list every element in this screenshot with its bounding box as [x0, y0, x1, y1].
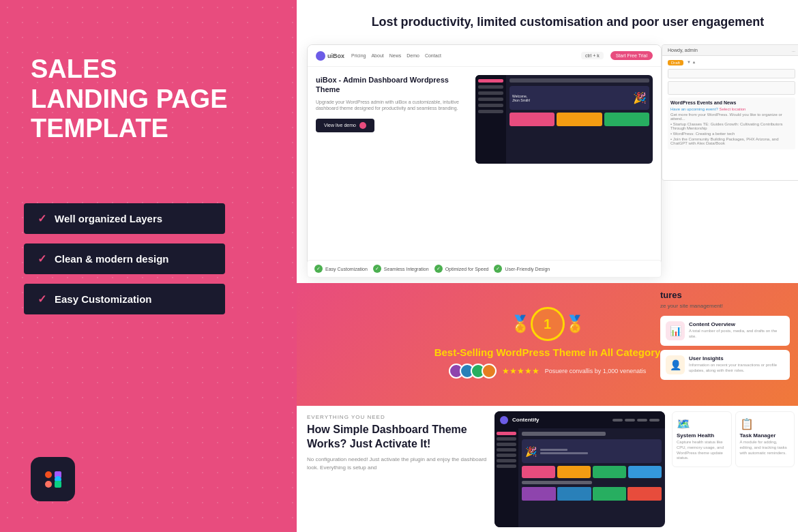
- review-text: Posuere convallis by 1,000 venenatis: [545, 368, 647, 374]
- check-icon-3: ✓: [434, 265, 443, 273]
- check-icon-2: ✓: [38, 252, 46, 265]
- check-icon-4: ✓: [494, 265, 502, 273]
- bm-emoji: 🎉: [525, 446, 537, 457]
- lost-productivity-heading: Lost productivity, limited customisation…: [351, 14, 784, 31]
- award-circle: 1: [531, 307, 565, 341]
- features-subtext: ze your site management!: [660, 303, 790, 309]
- badge-layers: ✓ Well organized Layers: [24, 203, 225, 234]
- feat-card-2: 👤 User Insights Information on recent yo…: [660, 350, 790, 380]
- dash-header-bar: [509, 78, 649, 83]
- bm-media-grid: [522, 487, 662, 501]
- dash-sidebar-item: [478, 85, 503, 89]
- website-mockup: uiBox Pricing About News Demo Contact ct…: [307, 44, 662, 276]
- features-heading: tures: [660, 290, 790, 300]
- award-laurels: 🏅 1 🏅: [510, 307, 585, 341]
- how-simple-desc: No configuration needed! Just activate t…: [307, 456, 491, 472]
- bfc-task-manager: 📋 Task Manager A module for adding, edit…: [735, 411, 795, 467]
- bottom-section: EVERYTHING YOU NEED How Simple Dashboard…: [297, 406, 798, 532]
- feat-card-icon-1: 📊: [666, 321, 685, 340]
- dash-card-pink: [509, 113, 555, 126]
- mockup-bottom-features: ✓ Easy Customization ✓ Seamless Integrat…: [307, 260, 662, 278]
- everything-label: EVERYTHING YOU NEED: [307, 414, 491, 420]
- bm-logo: [500, 416, 508, 424]
- avatar-stack: [449, 364, 497, 379]
- bm-title-bar: [522, 432, 606, 436]
- award-icon: 🏅 1 🏅: [510, 310, 585, 341]
- system-health-icon: 🗺️: [677, 417, 727, 430]
- best-selling-text: Best-Selling WordPress Theme in All Cate…: [434, 346, 661, 358]
- badge-design: ✓ Clean & modern design: [24, 243, 225, 274]
- svg-rect-1: [45, 481, 52, 488]
- avatar-4: [482, 364, 497, 379]
- bm-welcome-lines: [540, 449, 588, 454]
- bm-content: 🎉: [494, 428, 665, 527]
- nav-logo: uiBox: [316, 51, 344, 61]
- check-icon-3: ✓: [38, 293, 46, 306]
- hero-btn-dot: [359, 122, 366, 129]
- hero-button[interactable]: View live demo: [316, 119, 374, 132]
- dash-sidebar-item: [478, 91, 503, 95]
- mockup-hero: uiBox - Admin Dashboard Wordpress Theme …: [308, 67, 661, 172]
- left-laurel: 🏅: [510, 314, 531, 334]
- check-icon: ✓: [38, 212, 46, 225]
- bottom-feature-cards: 🗺️ System Health Capture health status l…: [672, 411, 795, 467]
- dash-sidebar-item: [478, 79, 503, 83]
- mockup-navbar: uiBox Pricing About News Demo Contact ct…: [308, 45, 661, 67]
- how-simple-title: How Simple Dashboard Theme Works? Just A…: [307, 423, 491, 452]
- dash-sidebar-item: [478, 110, 503, 113]
- hero-text: uiBox - Admin Dashboard Wordpress Theme …: [316, 75, 469, 164]
- reviews-row: ★★★★★ Posuere convallis by 1,000 venenat…: [449, 364, 647, 379]
- feat-card-icon-2: 👤: [666, 355, 685, 374]
- dash-sidebar-item: [478, 98, 503, 101]
- wp-status-row: Draft ▼ ▲: [668, 60, 795, 65]
- check-icon-2: ✓: [373, 265, 381, 273]
- dash-emoji: 🎉: [633, 91, 647, 104]
- top-section: Lost productivity, limited customisation…: [297, 0, 798, 283]
- right-laurel: 🏅: [565, 314, 585, 334]
- bm-header: Contentify: [494, 411, 665, 428]
- left-panel: SALESLANDING PAGETEMPLATE ✓ Well organiz…: [0, 0, 297, 532]
- features-list: tures ze your site management! 📊 Content…: [660, 290, 790, 384]
- wp-status-draft: Draft: [668, 60, 683, 65]
- dashboard-preview: Welcome,Jhon Smith! 🎉: [475, 75, 653, 164]
- bm-sidebar: [494, 428, 518, 527]
- wp-panel-header: Howdy, admin ...: [662, 45, 798, 56]
- hero-desc: Upgrade your WordPress admin with uiBox …: [316, 99, 469, 113]
- wp-title-field[interactable]: [668, 69, 795, 78]
- middle-section: 🏅 1 🏅 Best-Selling WordPress Theme in Al…: [297, 283, 798, 406]
- logo-icon: [316, 51, 325, 61]
- nav-links: Pricing About News Demo Contact: [351, 53, 574, 58]
- bm-main: 🎉: [518, 428, 665, 527]
- figma-icon: [31, 457, 75, 501]
- badge-customization: ✓ Easy Customization: [24, 284, 225, 314]
- bm-media-title: [522, 481, 592, 484]
- bm-welcome: 🎉: [522, 439, 662, 463]
- bottom-feature-1: ✓ Easy Customization: [314, 265, 368, 273]
- svg-rect-0: [45, 471, 52, 478]
- dash-sidebar-item: [478, 104, 503, 107]
- main-title: SALESLANDING PAGETEMPLATE: [31, 55, 228, 144]
- nav-cta-button[interactable]: Start Free Trial: [610, 51, 653, 60]
- bfc-system-health: 🗺️ System Health Capture health status l…: [672, 411, 732, 467]
- bottom-mockup: Contentify: [494, 411, 665, 527]
- dash-main: Welcome,Jhon Smith! 🎉: [506, 75, 653, 164]
- dash-welcome-text: Welcome,Jhon Smith!: [512, 94, 530, 102]
- nav-search: ctrl + k: [581, 52, 604, 59]
- bottom-feature-3: ✓ Optimized for Speed: [434, 265, 489, 273]
- bm-nav-dots: [612, 419, 660, 422]
- dash-sidebar: [475, 75, 506, 164]
- wp-events-panel: WordPress Events and News Have an upcomi…: [668, 98, 795, 149]
- wp-content-field[interactable]: [668, 81, 795, 95]
- bm-row-cards: [522, 466, 662, 478]
- check-icon: ✓: [314, 265, 323, 273]
- hero-title: uiBox - Admin Dashboard Wordpress Theme: [316, 75, 469, 95]
- dash-welcome-card: Welcome,Jhon Smith! 🎉: [509, 86, 649, 110]
- dash-card-green: [604, 113, 649, 126]
- bottom-feature-4: ✓ User-Friendly Design: [494, 265, 550, 273]
- right-panel: Lost productivity, limited customisation…: [297, 0, 798, 532]
- dash-card-orange: [557, 113, 602, 126]
- star-rating: ★★★★★: [502, 366, 540, 376]
- bottom-feature-2: ✓ Seamless Integration: [373, 265, 429, 273]
- wp-panel-body: Draft ▼ ▲ WordPress Events and News Have…: [662, 56, 798, 153]
- feat-card-1: 📊 Content Overview A total number of pos…: [660, 316, 790, 346]
